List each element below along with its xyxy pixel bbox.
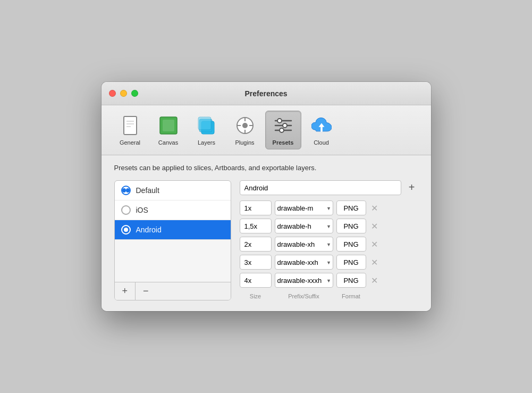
general-icon <box>119 114 141 137</box>
col-label-size: Size <box>240 293 272 299</box>
preset-row-2: drawable-h drawable-m drawable-xh ▾ PNG … <box>240 219 418 233</box>
col-label-format: Format <box>336 293 366 299</box>
window-title: Preferences <box>244 89 287 98</box>
canvas-icon <box>157 114 180 137</box>
prefix-select-2[interactable]: drawable-h drawable-m drawable-xh <box>275 219 333 233</box>
list-label-android: Android <box>136 225 162 234</box>
presets-list-panel: Default iOS Android <box>114 180 231 300</box>
preferences-window: Preferences General Can <box>102 82 431 311</box>
cloud-icon <box>310 114 333 137</box>
tab-canvas-label: Canvas <box>158 139 178 146</box>
size-input-2[interactable] <box>240 219 272 233</box>
svg-point-18 <box>277 119 282 123</box>
add-row-button[interactable]: + <box>406 181 418 194</box>
tab-layers-label: Layers <box>198 139 215 146</box>
svg-point-20 <box>280 128 284 132</box>
list-item-android[interactable]: Android <box>115 220 231 239</box>
description-text: Presets can be applied to slices, Artboa… <box>114 164 418 172</box>
list-empty-area <box>115 239 231 282</box>
tab-plugins[interactable]: Plugins <box>227 111 263 149</box>
layers-icon <box>196 114 218 137</box>
preset-rows: drawable-m drawable-h drawable-xh drawab… <box>240 200 418 288</box>
tab-cloud[interactable]: Cloud <box>303 111 340 149</box>
col-label-prefix: Prefix/Suffix <box>275 293 333 299</box>
tab-presets-label: Presets <box>273 139 294 146</box>
preset-row-3: drawable-xh drawable-m drawable-h ▾ PNG … <box>240 237 418 252</box>
prefix-select-5[interactable]: drawable-xxxh drawable-m drawable-h <box>275 273 333 288</box>
add-preset-button[interactable]: + <box>115 282 136 300</box>
prefix-select-1[interactable]: drawable-m drawable-h drawable-xh drawab… <box>275 200 333 215</box>
radio-android <box>121 225 131 235</box>
radio-ios <box>121 205 131 215</box>
list-item-default[interactable]: Default <box>115 181 231 200</box>
right-panel: + drawable-m drawable-h drawable-xh draw… <box>240 180 418 300</box>
column-labels: Size Prefix/Suffix Format <box>240 293 418 299</box>
content-area: Presets can be applied to slices, Artboa… <box>102 155 431 311</box>
tab-general[interactable]: General <box>112 111 148 149</box>
prefix-select-4[interactable]: drawable-xxh drawable-m drawable-h <box>275 255 333 270</box>
window-controls <box>109 90 138 97</box>
prefix-wrapper-1: drawable-m drawable-h drawable-xh drawab… <box>275 200 333 215</box>
presets-icon <box>272 114 294 137</box>
main-area: Default iOS Android <box>114 180 418 300</box>
tab-presets[interactable]: Presets <box>265 111 301 149</box>
toolbar: General Canvas Layers <box>102 105 431 155</box>
minimize-button[interactable] <box>120 90 127 97</box>
svg-rect-0 <box>124 116 137 135</box>
remove-row-3[interactable]: ✕ <box>369 239 380 249</box>
list-footer: + − <box>115 282 231 300</box>
list-label-ios: iOS <box>136 206 148 214</box>
svg-rect-5 <box>163 120 174 131</box>
svg-point-19 <box>283 123 287 128</box>
remove-row-5[interactable]: ✕ <box>369 275 380 286</box>
prefix-wrapper-3: drawable-xh drawable-m drawable-h ▾ <box>275 237 333 252</box>
maximize-button[interactable] <box>131 90 138 97</box>
remove-row-4[interactable]: ✕ <box>369 257 380 267</box>
prefix-wrapper-4: drawable-xxh drawable-m drawable-h ▾ <box>275 255 333 270</box>
preset-row-4: drawable-xxh drawable-m drawable-h ▾ PNG… <box>240 255 418 270</box>
remove-preset-button[interactable]: − <box>136 282 156 300</box>
prefix-select-3[interactable]: drawable-xh drawable-m drawable-h <box>275 237 333 252</box>
radio-default <box>121 186 131 195</box>
presets-list: Default iOS Android <box>115 181 231 239</box>
tab-layers[interactable]: Layers <box>189 111 225 149</box>
size-input-3[interactable] <box>240 237 272 252</box>
plugins-icon <box>234 114 256 137</box>
titlebar: Preferences <box>102 82 431 105</box>
format-button-5[interactable]: PNG <box>336 273 366 288</box>
size-input-4[interactable] <box>240 255 272 270</box>
size-input-5[interactable] <box>240 273 272 288</box>
svg-point-10 <box>242 123 248 128</box>
list-item-ios[interactable]: iOS <box>115 200 231 220</box>
prefix-wrapper-2: drawable-h drawable-m drawable-xh ▾ <box>275 219 333 233</box>
preset-row-1: drawable-m drawable-h drawable-xh drawab… <box>240 200 418 215</box>
format-button-2[interactable]: PNG <box>336 219 366 233</box>
prefix-wrapper-5: drawable-xxxh drawable-m drawable-h ▾ <box>275 273 333 288</box>
tab-cloud-label: Cloud <box>314 139 329 146</box>
remove-row-1[interactable]: ✕ <box>369 203 380 213</box>
tab-general-label: General <box>120 139 140 146</box>
list-label-default: Default <box>136 186 159 195</box>
tab-plugins-label: Plugins <box>235 139 254 146</box>
svg-rect-8 <box>198 117 211 130</box>
size-input-1[interactable] <box>240 200 272 215</box>
format-button-3[interactable]: PNG <box>336 237 366 252</box>
format-button-1[interactable]: PNG <box>336 200 366 215</box>
remove-row-2[interactable]: ✕ <box>369 221 380 231</box>
tab-canvas[interactable]: Canvas <box>150 111 187 149</box>
preset-row-5: drawable-xxxh drawable-m drawable-h ▾ PN… <box>240 273 418 288</box>
format-button-4[interactable]: PNG <box>336 255 366 270</box>
preset-name-input[interactable] <box>240 180 401 195</box>
preset-name-row: + <box>240 180 418 195</box>
close-button[interactable] <box>109 90 116 97</box>
